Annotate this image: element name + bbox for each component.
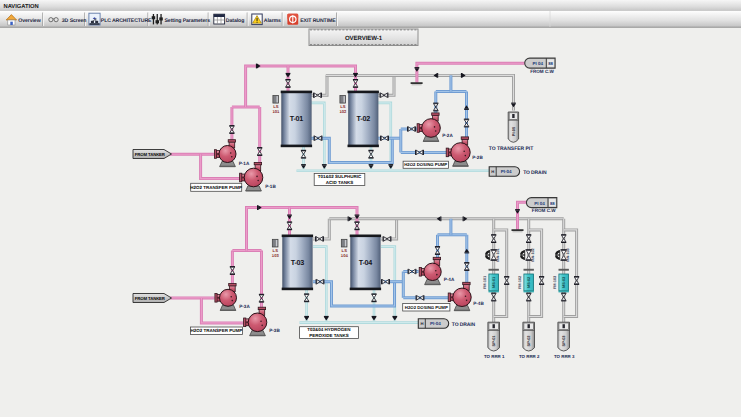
svg-text:T01&02 SULPHURIC: T01&02 SULPHURIC: [318, 174, 362, 179]
svg-text:FM-101: FM-101: [483, 276, 487, 289]
svg-text:T-01: T-01: [290, 114, 304, 123]
svg-text:MS-03: MS-03: [562, 277, 566, 288]
svg-text:FM-102: FM-102: [518, 276, 522, 289]
svg-text:PI 04: PI 04: [534, 201, 545, 206]
svg-text:T-03: T-03: [291, 258, 305, 267]
svg-text:PI-05: PI-05: [511, 126, 516, 136]
svg-text:MA-101: MA-101: [496, 248, 500, 262]
svg-text:SP-02: SP-02: [526, 335, 531, 347]
svg-text:Setting Parameters: Setting Parameters: [165, 18, 211, 24]
svg-text:EXIT RUNTIME: EXIT RUNTIME: [300, 18, 336, 24]
svg-text:3D Screen: 3D Screen: [62, 18, 87, 24]
svg-text:OVERVIEW-1: OVERVIEW-1: [345, 35, 383, 42]
svg-text:SP-01: SP-01: [491, 335, 496, 347]
svg-text:T-02: T-02: [357, 114, 371, 123]
svg-text:NAVIGATION: NAVIGATION: [4, 3, 39, 10]
svg-text:H: H: [420, 321, 423, 326]
svg-text:88: 88: [550, 201, 555, 206]
svg-text:P-4A: P-4A: [444, 277, 455, 282]
svg-text:ACID TANKS: ACID TANKS: [326, 180, 353, 185]
svg-text:H: H: [491, 169, 494, 174]
svg-text:FROM C.W: FROM C.W: [530, 69, 554, 74]
svg-text:H2O2 TRANSFER PUMP: H2O2 TRANSFER PUMP: [190, 185, 242, 190]
svg-text:PLC ARCHITECTURE: PLC ARCHITECTURE: [101, 18, 152, 24]
svg-text:PI-04: PI-04: [501, 169, 512, 174]
svg-text:P-2A: P-2A: [442, 133, 453, 138]
svg-text:T-04: T-04: [359, 258, 373, 267]
svg-text:FM-103: FM-103: [553, 276, 557, 289]
svg-text:TO TRANSFER PIT: TO TRANSFER PIT: [489, 146, 534, 152]
svg-text:H2O2 DOSING PUMP: H2O2 DOSING PUMP: [405, 305, 448, 310]
svg-text:101: 101: [272, 109, 280, 114]
svg-text:P-1A: P-1A: [239, 161, 250, 166]
svg-text:PEROXIDE TANKS: PEROXIDE TANKS: [309, 333, 349, 338]
svg-text:Alarms: Alarms: [264, 18, 281, 24]
svg-text:PI-04: PI-04: [430, 321, 441, 326]
svg-text:MS-02: MS-02: [527, 277, 531, 288]
svg-text:MA-103: MA-103: [566, 248, 570, 262]
svg-text:H2O2 TRANSFER PUMP: H2O2 TRANSFER PUMP: [191, 328, 243, 333]
svg-text:P-3A: P-3A: [239, 304, 250, 309]
svg-text:103: 103: [272, 253, 280, 258]
svg-text:FROM C.W: FROM C.W: [532, 208, 556, 213]
svg-text:Datalog: Datalog: [226, 18, 244, 24]
svg-text:P-1B: P-1B: [265, 184, 276, 189]
svg-text:SP-03: SP-03: [561, 335, 566, 347]
svg-text:104: 104: [341, 253, 349, 258]
svg-text:Overview: Overview: [18, 18, 41, 24]
svg-text:88: 88: [548, 61, 553, 66]
svg-text:TO DRAIN: TO DRAIN: [452, 322, 476, 328]
svg-text:FROM TANKER: FROM TANKER: [135, 152, 166, 157]
svg-text:MS-01: MS-01: [492, 277, 496, 288]
svg-text:TO DRAIN: TO DRAIN: [523, 170, 547, 176]
svg-text:PI 04: PI 04: [532, 61, 543, 66]
svg-text:P-4B: P-4B: [473, 301, 484, 306]
svg-text:TO RRR 3: TO RRR 3: [554, 354, 575, 359]
svg-text:FROM TANKER: FROM TANKER: [135, 296, 166, 301]
svg-text:P-2B: P-2B: [472, 155, 483, 160]
svg-text:P-3B: P-3B: [269, 328, 280, 333]
svg-text:102: 102: [339, 109, 347, 114]
svg-text:MA-102: MA-102: [531, 248, 535, 262]
svg-text:TO RRR 2: TO RRR 2: [519, 354, 540, 359]
svg-text:TO RRR 1: TO RRR 1: [484, 354, 505, 359]
svg-text:T03&04 HYDROGEN: T03&04 HYDROGEN: [307, 327, 350, 332]
svg-text:H2O2 DOSING PUMP: H2O2 DOSING PUMP: [404, 162, 447, 167]
